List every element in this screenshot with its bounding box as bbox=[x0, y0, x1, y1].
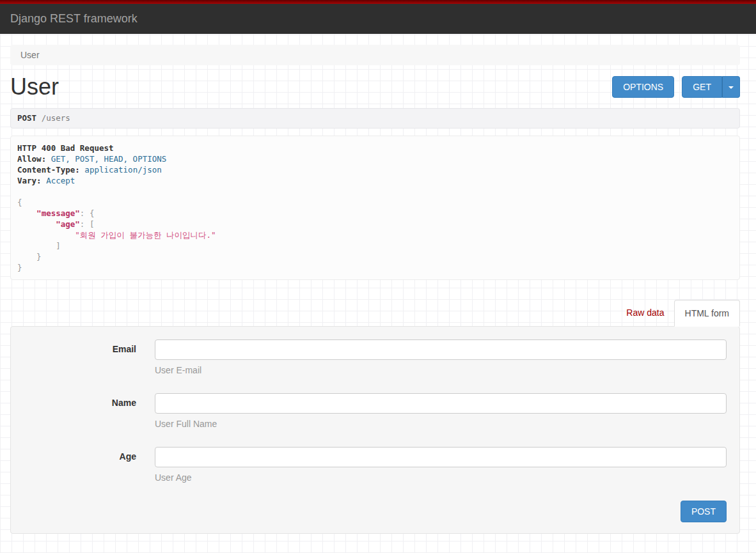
brand-link[interactable]: Django REST framework bbox=[10, 12, 138, 26]
name-help-text: User Full Name bbox=[155, 419, 727, 430]
email-label: Email bbox=[21, 339, 136, 376]
html-form-panel: Email User E-mail Name User Full Name Ag… bbox=[10, 326, 740, 534]
navbar: Django REST framework bbox=[0, 4, 756, 34]
request-info: POST /users bbox=[10, 108, 740, 129]
email-help-text: User E-mail bbox=[155, 365, 727, 376]
form-submit-row: POST bbox=[21, 501, 727, 522]
page-title: User bbox=[10, 73, 59, 101]
form-group-name: Name User Full Name bbox=[21, 393, 727, 430]
form-tabs: Raw data HTML form bbox=[10, 300, 740, 326]
response-body: HTTP 400 Bad Request Allow: GET, POST, H… bbox=[17, 143, 733, 273]
email-field[interactable] bbox=[155, 339, 727, 360]
request-method: POST bbox=[17, 113, 36, 123]
response-info: HTTP 400 Bad Request Allow: GET, POST, H… bbox=[10, 136, 740, 280]
age-help-text: User Age bbox=[155, 472, 727, 483]
tab-html-form[interactable]: HTML form bbox=[674, 300, 740, 327]
name-field[interactable] bbox=[155, 393, 727, 414]
age-field[interactable] bbox=[155, 447, 727, 467]
action-buttons: OPTIONS GET bbox=[612, 76, 740, 98]
caret-down-icon bbox=[728, 86, 734, 89]
name-label: Name bbox=[21, 393, 136, 430]
post-button[interactable]: POST bbox=[681, 501, 727, 522]
options-button[interactable]: OPTIONS bbox=[612, 76, 674, 98]
get-button-group: GET bbox=[682, 76, 740, 98]
tab-raw-data[interactable]: Raw data bbox=[617, 300, 673, 325]
main-content: User User OPTIONS GET POST /users HTTP 4… bbox=[10, 45, 740, 534]
breadcrumb-item-user: User bbox=[20, 50, 40, 60]
form-group-age: Age User Age bbox=[21, 447, 727, 483]
age-label: Age bbox=[21, 447, 136, 483]
form-group-email: Email User E-mail bbox=[21, 339, 727, 376]
get-button[interactable]: GET bbox=[682, 76, 722, 98]
get-dropdown-toggle[interactable] bbox=[722, 76, 740, 98]
request-path: /users bbox=[36, 113, 70, 123]
breadcrumb: User bbox=[10, 45, 740, 65]
page-header: User OPTIONS GET bbox=[10, 73, 740, 101]
